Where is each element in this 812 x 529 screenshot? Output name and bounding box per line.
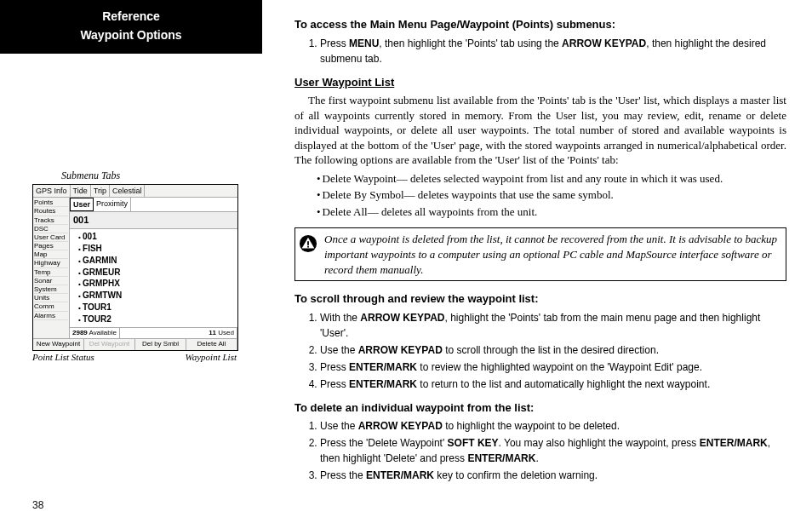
list-item: GRMEUR	[78, 267, 237, 279]
list-item: FISH	[78, 243, 237, 255]
caption-point-list-status: Point List Status	[32, 351, 94, 364]
device-screenshot: GPS Info Tide Trip Celestial Points Rout…	[32, 184, 238, 351]
step: Use the ARROW KEYPAD to scroll through t…	[320, 342, 786, 358]
step: Press ENTER/MARK to review the highlight…	[320, 359, 786, 375]
current-waypoint-num: 001	[70, 212, 237, 229]
tab-tide: Tide	[71, 185, 91, 197]
bullet-delete-waypoint: Delete Waypoint— deletes selected waypoi…	[294, 171, 786, 187]
tab-trip: Trip	[91, 185, 110, 197]
list-item: 001	[78, 231, 237, 243]
step: Press ENTER/MARK to return to the list a…	[320, 377, 786, 392]
top-tabs-row1: GPS Info Tide Trip Celestial	[33, 185, 237, 198]
sec2-steps: With the ARROW KEYPAD, highlight the 'Po…	[294, 310, 786, 392]
svg-rect-2	[307, 246, 309, 248]
svg-rect-1	[307, 242, 309, 246]
list-item: TOUR1	[78, 302, 237, 313]
bullet-delete-by-symbol: Delete By Symbol— deletes waypoints that…	[294, 187, 786, 203]
bullet-delete-all: Delete All— deletes all waypoints from t…	[294, 204, 786, 220]
header-subtitle: Waypoint Options	[0, 26, 262, 44]
waypoint-panel: User Proximity 001 001 FISH GARMIN GRMEU…	[70, 198, 237, 338]
tab-celestial: Celestial	[110, 185, 146, 197]
header-title: Reference	[0, 7, 262, 26]
sec1-steps: Press MENU, then highlight the 'Points' …	[294, 36, 786, 66]
sec2-title: To scroll through and review the waypoin…	[294, 291, 786, 307]
softkey-delsymbol: Del by Smbl	[135, 339, 186, 350]
tab-gpsinfo: GPS Info	[33, 185, 71, 197]
tab-proximity: Proximity	[94, 198, 131, 211]
step: With the ARROW KEYPAD, highlight the 'Po…	[320, 310, 786, 341]
sec1-title: To access the Main Menu Page/Waypoint (P…	[294, 17, 786, 32]
submenu-tabs-caption: Submenu Tabs	[61, 169, 120, 182]
list-item: GRMTWN	[78, 290, 237, 302]
soft-key-row: New Waypoint Del Waypoint Del by Smbl De…	[33, 338, 237, 350]
page-number: 38	[32, 498, 43, 512]
softkey-delall: Delete All	[186, 339, 237, 350]
screenshot-captions: Point List Status Waypoint List	[32, 351, 237, 364]
step: Press the ENTER/MARK key to confirm the …	[320, 468, 786, 483]
warning-icon	[299, 234, 317, 253]
user-waypoint-list-heading: User Waypoint List	[294, 75, 786, 90]
section-header: Reference Waypoint Options	[0, 0, 262, 54]
main-content: To access the Main Menu Page/Waypoint (P…	[262, 0, 812, 529]
warning-callout: Once a waypoint is deleted from the list…	[294, 227, 786, 281]
step: Press the 'Delete Waypoint' SOFT KEY. Yo…	[320, 435, 786, 466]
step: Use the ARROW KEYPAD to highlight the wa…	[320, 418, 786, 434]
list-item: GRMPHX	[78, 278, 237, 290]
list-item: GARMIN	[78, 255, 237, 267]
softkey-new: New Waypoint	[33, 339, 84, 350]
side-menu: Points Routes Tracks DSC User Card Pages…	[33, 198, 70, 338]
tab-user: User	[70, 198, 94, 211]
softkey-del: Del Waypoint	[84, 339, 135, 350]
warning-text: Once a waypoint is deleted from the list…	[324, 232, 779, 277]
waypoint-list: 001 FISH GARMIN GRMEUR GRMPHX GRMTWN TOU…	[70, 229, 237, 326]
list-item: TOUR2	[78, 313, 237, 325]
caption-waypoint-list: Waypoint List	[186, 351, 237, 364]
sec3-title: To delete an individual waypoint from th…	[294, 400, 786, 416]
sec3-steps: Use the ARROW KEYPAD to highlight the wa…	[294, 418, 786, 483]
step: Press MENU, then highlight the 'Points' …	[320, 36, 786, 66]
uwl-paragraph: The first waypoint submenu list availabl…	[294, 93, 786, 168]
status-bar: 2989 Available 11 Used	[70, 327, 237, 339]
